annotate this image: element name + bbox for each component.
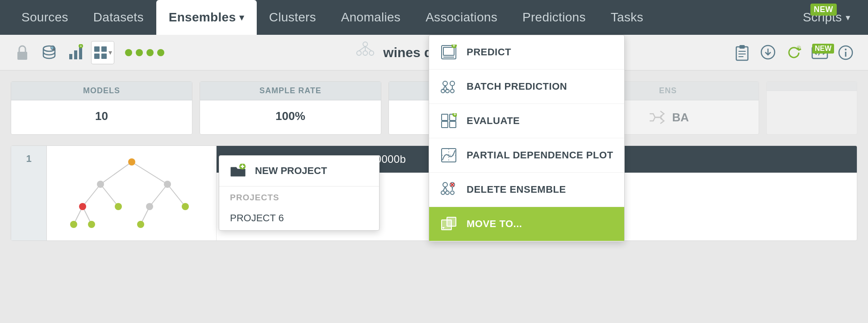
menu-item-evaluate[interactable]: + EVALUATE: [429, 104, 624, 138]
chart-icon[interactable]: +: [64, 41, 88, 64]
status-dot-3: [146, 49, 154, 56]
batch-icon: [440, 78, 458, 95]
svg-point-50: [146, 203, 153, 210]
svg-text:+: +: [453, 45, 455, 48]
project-6-item[interactable]: PROJECT 6: [219, 206, 379, 230]
menu-item-batch-prediction[interactable]: BATCH PREDICTION: [429, 70, 624, 104]
svg-point-16: [369, 51, 374, 55]
svg-rect-4: [69, 54, 72, 59]
menu-item-delete[interactable]: DELETE ENSEMBLE: [429, 173, 624, 207]
models-header: MODELS: [11, 82, 192, 100]
ensemble-icon: [355, 41, 376, 64]
nav-sources[interactable]: Sources: [9, 0, 81, 35]
svg-point-52: [70, 221, 77, 228]
nav-clusters[interactable]: Clusters: [257, 0, 329, 35]
new-badge: NEW: [810, 4, 837, 16]
svg-rect-5: [74, 50, 77, 59]
status-dot-4: [157, 49, 164, 56]
svg-line-19: [365, 46, 371, 51]
download-icon[interactable]: [756, 41, 780, 64]
svg-line-41: [167, 184, 185, 207]
svg-line-37: [132, 162, 167, 184]
delete-icon: [440, 181, 458, 199]
svg-text:+: +: [80, 44, 82, 48]
sample-rate-value: 100%: [200, 100, 381, 132]
predict-icon: +: [440, 43, 458, 61]
stat-card-extra: [766, 81, 857, 135]
top-nav: Sources Datasets Ensembles ▾ Clusters An…: [0, 0, 868, 35]
models-value: 10: [11, 100, 192, 132]
toolbar-right: NEW: [730, 41, 857, 64]
svg-point-30: [845, 49, 847, 50]
scripts-chevron-icon: ▾: [846, 12, 850, 23]
svg-rect-0: [17, 52, 27, 60]
nav-anomalies[interactable]: Anomalies: [329, 0, 413, 35]
svg-line-17: [359, 46, 365, 51]
ensembles-chevron-icon: ▾: [239, 12, 244, 23]
evaluate-icon: +: [440, 112, 458, 130]
nav-ensembles[interactable]: Ensembles ▾: [156, 0, 257, 35]
svg-rect-70: [442, 121, 448, 128]
dataset-icon[interactable]: 🔍: [38, 41, 61, 64]
nav-datasets[interactable]: Datasets: [81, 0, 156, 35]
folder-plus-icon: [230, 164, 246, 178]
nav-right-area: Scripts ▾ NEW: [794, 0, 859, 35]
move-to-label: MOVE TO...: [467, 218, 522, 230]
svg-line-39: [100, 184, 118, 207]
info-icon[interactable]: [834, 41, 857, 64]
svg-text:🔍: 🔍: [50, 46, 55, 50]
svg-point-48: [79, 203, 86, 210]
clipboard-icon[interactable]: [730, 41, 754, 64]
svg-text:+: +: [454, 113, 456, 117]
svg-rect-68: [442, 114, 448, 120]
dropdown-chevron-icon: ▾: [108, 48, 112, 57]
new-project-item[interactable]: NEW PROJECT: [219, 156, 379, 186]
secondary-dropdown-menu: NEW PROJECT PROJECTS PROJECT 6: [219, 155, 380, 231]
svg-point-49: [115, 203, 122, 210]
svg-point-15: [363, 51, 367, 55]
svg-point-53: [88, 221, 95, 228]
extra-header: [767, 82, 857, 91]
predict-label: PREDICT: [467, 46, 511, 58]
tree-visualization: [47, 146, 217, 240]
menu-item-move-to[interactable]: MOVE TO...: [429, 207, 624, 241]
stat-card-sample-rate: SAMPLE RATE 100%: [200, 81, 381, 135]
batch-label: BATCH PREDICTION: [467, 81, 567, 92]
svg-point-45: [128, 158, 135, 166]
sample-rate-header: SAMPLE RATE: [200, 82, 381, 100]
pdp-icon: [440, 146, 458, 164]
projects-section-label: PROJECTS: [219, 186, 379, 206]
svg-point-14: [357, 51, 361, 55]
svg-point-80: [441, 191, 445, 195]
primary-dropdown-menu: + PREDICT BATCH PREDICTION: [429, 35, 625, 242]
nav-predictions[interactable]: Predictions: [510, 0, 598, 35]
row-index: 1: [11, 146, 47, 240]
pdp-label: PARTIAL DEPENDENCE PLOT: [467, 149, 613, 161]
menu-item-pdp[interactable]: PARTIAL DEPENDENCE PLOT: [429, 138, 624, 173]
svg-rect-12: [101, 54, 107, 59]
shuffle-icon: [647, 108, 667, 127]
svg-rect-71: [450, 121, 456, 128]
svg-line-38: [83, 184, 100, 207]
nav-tasks[interactable]: Tasks: [598, 0, 656, 35]
svg-line-40: [150, 184, 167, 207]
lock-icon[interactable]: [11, 41, 34, 64]
nav-associations[interactable]: Associations: [413, 0, 510, 35]
evaluate-label: EVALUATE: [467, 115, 520, 127]
action-dropdown-icon[interactable]: ▾: [91, 41, 114, 64]
refresh-icon[interactable]: [782, 41, 805, 64]
svg-rect-10: [101, 46, 107, 52]
svg-point-65: [450, 81, 455, 86]
status-dots: [118, 49, 171, 56]
svg-point-51: [182, 203, 189, 210]
svg-point-84: [451, 191, 454, 195]
extra-value: [767, 91, 857, 122]
svg-point-13: [363, 42, 367, 46]
menu-item-predict[interactable]: + PREDICT: [429, 35, 624, 70]
svg-rect-88: [447, 217, 456, 226]
svg-point-60: [443, 81, 447, 86]
svg-point-46: [97, 181, 104, 188]
svg-rect-9: [94, 46, 100, 52]
svg-point-47: [164, 181, 171, 188]
svg-point-81: [446, 191, 449, 195]
